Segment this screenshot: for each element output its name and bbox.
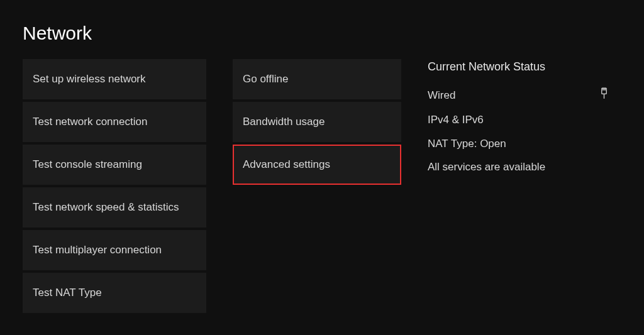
menu-item-advanced-settings[interactable]: Advanced settings [233,145,401,185]
status-connection-type: Wired [428,87,609,104]
status-line: All services are available [428,160,609,175]
ethernet-icon [599,87,609,104]
page-title: Network [23,23,621,44]
menu-item-test-network-connection[interactable]: Test network connection [23,102,206,142]
status-connection-type-label: Wired [428,88,455,103]
status-line: IPv4 & IPv6 [428,113,609,128]
status-heading: Current Network Status [428,60,609,74]
menu-item-test-network-speed-statistics[interactable]: Test network speed & statistics [23,187,206,228]
menu-item-set-up-wireless-network[interactable]: Set up wireless network [23,59,206,99]
menu-item-test-multiplayer-connection[interactable]: Test multiplayer connection [23,230,206,270]
status-lines: IPv4 & IPv6NAT Type: OpenAll services ar… [428,113,609,175]
column-mid: Go offlineBandwidth usageAdvanced settin… [233,59,401,313]
status-line: NAT Type: Open [428,136,609,151]
menu-item-test-nat-type[interactable]: Test NAT Type [23,273,206,313]
columns: Set up wireless networkTest network conn… [23,59,621,313]
menu-item-go-offline[interactable]: Go offline [233,59,401,99]
column-left: Set up wireless networkTest network conn… [23,59,206,313]
menu-item-test-console-streaming[interactable]: Test console streaming [23,145,206,185]
menu-item-bandwidth-usage[interactable]: Bandwidth usage [233,102,401,142]
column-right-status: Current Network Status Wired IPv4 & IPv6… [428,59,621,313]
